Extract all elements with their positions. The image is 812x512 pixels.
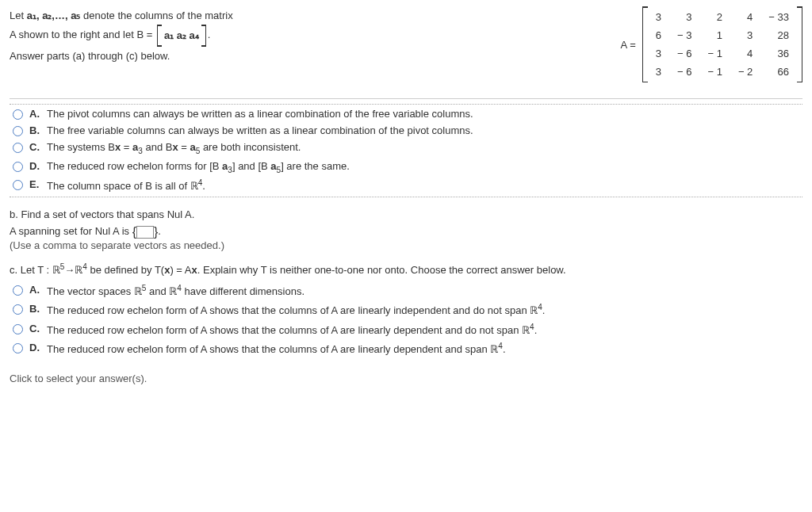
radio-button[interactable] (13, 304, 23, 315)
matrix-cell: 4 (730, 44, 760, 63)
options-group-a: A.The pivot columns can always be writte… (10, 104, 802, 197)
problem-statement: Let a₁, a₂,…, a₅ denote the columns of t… (10, 6, 605, 65)
option-row[interactable]: D.The reduced row echelon form of A show… (10, 339, 802, 358)
radio-button[interactable] (13, 180, 23, 190)
options-group-c: A.The vector spaces ℝ5 and ℝ4 have diffe… (10, 281, 802, 358)
line1-post: denote the columns of the matrix (80, 10, 232, 21)
line2-post: . (208, 29, 211, 41)
option-letter: E. (29, 178, 42, 190)
matrix-cell: − 6 (669, 63, 699, 81)
option-letter: A. (29, 284, 42, 296)
matrix-cell: 66 (760, 63, 797, 81)
matrix-a-block: A = 3324− 336− 313283− 6− 14363− 6− 1− 2… (621, 6, 802, 82)
line3: Answer parts (a) through (c) below. (10, 47, 605, 65)
matrix-a-label: A = (621, 39, 636, 51)
radio-button[interactable] (13, 109, 23, 120)
option-letter: D. (29, 160, 42, 172)
matrix-cell: 3 (648, 63, 669, 81)
part-b-prompt: b. Find a set of vectors that spans Nul … (10, 208, 802, 220)
matrix-cell: 28 (760, 26, 797, 44)
radio-button[interactable] (13, 285, 23, 296)
matrix-cell: 3 (669, 8, 699, 26)
radio-button[interactable] (13, 324, 23, 334)
option-row[interactable]: C.The reduced row echelon form of A show… (10, 320, 802, 339)
part-c-prompt: c. Let T : ℝ5→ℝ4 be defined by T(x) = Ax… (10, 262, 802, 277)
option-text: The reduced row echelon form of A shows … (47, 342, 802, 356)
option-letter: B. (29, 303, 42, 315)
option-letter: D. (29, 342, 42, 353)
matrix-cell: 1 (699, 26, 730, 44)
part-b-hint: (Use a comma to separate vectors as need… (10, 239, 802, 251)
option-text: The reduced row echelon forms for [B a3]… (47, 160, 802, 174)
matrix-cell: − 33 (760, 8, 797, 26)
option-text: The free variable columns can always be … (47, 124, 802, 136)
option-row[interactable]: A.The pivot columns can always be writte… (10, 104, 802, 122)
matrix-cell: 2 (699, 8, 730, 26)
option-row[interactable]: E.The column space of B is all of ℝ4. (10, 176, 802, 197)
matrix-cell: − 1 (699, 44, 730, 63)
matrix-a-table: 3324− 336− 313283− 6− 14363− 6− 1− 266 (648, 8, 797, 81)
option-letter: A. (29, 108, 42, 120)
matrix-cell: − 3 (669, 26, 699, 44)
matrix-cell: − 6 (669, 44, 699, 63)
matrix-a: 3324− 336− 313283− 6− 14363− 6− 1− 266 (642, 6, 802, 82)
radio-button[interactable] (13, 343, 23, 353)
matrix-cell: 36 (760, 44, 797, 63)
part-b-answer-line: A spanning set for Nul A is {}. (10, 225, 802, 239)
option-text: The reduced row echelon form of A shows … (47, 303, 802, 317)
problem-header: Let a₁, a₂,…, a₅ denote the columns of t… (10, 6, 802, 82)
option-text: The vector spaces ℝ5 and ℝ4 have differe… (47, 284, 802, 298)
option-row[interactable]: B.The free variable columns can always b… (10, 122, 802, 139)
matrix-cell: 4 (730, 8, 760, 26)
option-text: The systems Bx = a3 and Bx = a5 are both… (47, 141, 802, 155)
matrix-cell: 3 (648, 44, 669, 63)
option-row[interactable]: C.The systems Bx = a3 and Bx = a5 are bo… (10, 139, 802, 158)
radio-button[interactable] (13, 126, 23, 136)
radio-button[interactable] (13, 162, 23, 172)
option-row[interactable]: B.The reduced row echelon form of A show… (10, 300, 802, 319)
option-text: The pivot columns can always be written … (47, 108, 802, 120)
radio-button[interactable] (13, 143, 23, 153)
matrix-b-def: a₁ a₂ a₄ (157, 25, 206, 46)
matrix-cell: 3 (648, 8, 669, 26)
option-text: The reduced row echelon form of A shows … (47, 323, 802, 337)
option-letter: C. (29, 141, 42, 153)
matrix-cell: 3 (730, 26, 760, 44)
line1-pre: Let (10, 10, 27, 21)
footer-instruction: Click to select your answer(s). (10, 373, 802, 384)
matrix-cell: 6 (648, 26, 669, 44)
option-letter: B. (29, 124, 42, 136)
option-row[interactable]: A.The vector spaces ℝ5 and ℝ4 have diffe… (10, 281, 802, 300)
matrix-cell: − 1 (699, 63, 730, 81)
option-text: The column space of B is all of ℝ4. (47, 178, 802, 193)
line1-vars: a₁, a₂,…, a₅ (27, 10, 81, 21)
matrix-cell: − 2 (730, 63, 760, 81)
nul-a-input[interactable] (136, 226, 154, 239)
option-letter: C. (29, 323, 42, 334)
line2-pre: A shown to the right and let B = (10, 29, 155, 41)
option-row[interactable]: D.The reduced row echelon forms for [B a… (10, 158, 802, 177)
divider (10, 98, 802, 99)
